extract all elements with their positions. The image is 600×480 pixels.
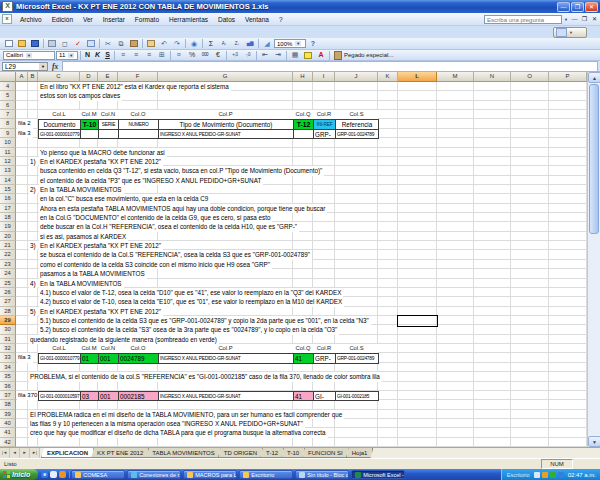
cell-H32[interactable]: Col.Q xyxy=(293,344,313,353)
cell-C12[interactable]: En el KARDEX pestaña "KX PT ENE 2012" xyxy=(39,157,163,166)
row-header-16[interactable]: 16 xyxy=(0,194,16,203)
font-size-combo[interactable]: 11▼ xyxy=(56,51,78,60)
cell-I33[interactable]: GRP- xyxy=(313,353,336,363)
align-right-icon[interactable]: ≡ xyxy=(143,50,155,60)
undo-icon[interactable]: ↶ xyxy=(158,39,170,49)
cell-C13[interactable]: busca contenido en celda Q3 "T-12", si e… xyxy=(39,166,324,175)
sort-ascending-icon[interactable]: A↓ xyxy=(218,39,230,49)
print-preview-icon[interactable]: ◻ xyxy=(59,39,71,49)
column-header-D[interactable]: D xyxy=(80,72,98,82)
column-header-H[interactable]: H xyxy=(293,72,313,82)
cell-G7[interactable]: Col.P xyxy=(158,110,293,119)
internet-explorer-icon[interactable]: e xyxy=(41,471,48,478)
menu-item-datos[interactable]: Datos xyxy=(213,13,240,25)
row-header-30[interactable]: 30 xyxy=(0,325,16,334)
cell-I7[interactable]: Col.R xyxy=(313,110,335,119)
cell-E32[interactable]: Col.N xyxy=(98,344,118,353)
cell-E33[interactable]: 001 xyxy=(98,353,119,363)
task-button-microsoft-excel-[interactable]: Microsoft Excel -... xyxy=(351,470,405,479)
cell-G32[interactable]: Col.P xyxy=(158,344,293,353)
cell-D7[interactable]: Col.M xyxy=(80,110,98,119)
restore-button[interactable]: ❐ xyxy=(571,2,584,12)
cell-B40[interactable]: las filas 9 y 10 pertenecen a la misma o… xyxy=(29,419,305,428)
cell-H9[interactable] xyxy=(293,129,314,139)
decrease-indent-icon[interactable]: ⇤ xyxy=(259,50,271,60)
column-header-J[interactable]: J xyxy=(335,72,378,82)
menu-item-archivo[interactable]: Archivo xyxy=(15,13,47,25)
euro-icon[interactable]: € xyxy=(212,50,224,60)
column-header-I[interactable]: I xyxy=(313,72,335,82)
cell-F7[interactable]: Col.O xyxy=(118,110,158,119)
decrease-decimal-icon[interactable]: -,0 xyxy=(242,50,254,60)
cut-icon[interactable]: ✂ xyxy=(102,39,114,49)
redo-icon[interactable]: ↷ xyxy=(171,39,183,49)
cell-C19[interactable]: debe buscar en la Col.H "REFERENCIA", os… xyxy=(39,222,299,231)
align-left-icon[interactable]: ≡ xyxy=(117,50,129,60)
cell-D33[interactable]: 01 xyxy=(80,353,99,363)
cell-A8[interactable]: fila 2 xyxy=(17,119,33,128)
minimize-button[interactable]: — xyxy=(557,2,570,12)
row-header-10[interactable]: 10 xyxy=(0,138,16,147)
cell-B12[interactable]: 1) xyxy=(29,157,38,166)
row-header-27[interactable]: 27 xyxy=(0,297,16,306)
row-header-37[interactable]: 37 xyxy=(0,391,16,400)
cell-J32[interactable]: Col.S xyxy=(335,344,378,353)
cell-C33[interactable]: GI-001-0000010779 xyxy=(38,353,81,363)
menu-item-edicin[interactable]: Edición xyxy=(47,13,78,25)
chart-wizard-icon[interactable]: ▅▇ xyxy=(244,39,256,49)
cell-B15[interactable]: 2) xyxy=(29,185,38,194)
paste-special-button[interactable]: Pegado especial... xyxy=(334,51,393,60)
cell-D32[interactable]: Col.M xyxy=(80,344,98,353)
start-button[interactable]: Inicio xyxy=(0,469,38,480)
cell-C23[interactable]: como el contenido de la celda S3 coincid… xyxy=(39,260,272,269)
cell-C14[interactable]: el contenido de la celda "P3" que es "IN… xyxy=(39,176,263,185)
spelling-icon[interactable]: ✓ xyxy=(72,39,84,49)
row-header-34[interactable]: 34 xyxy=(0,363,16,372)
row-header-26[interactable]: 26 xyxy=(0,288,16,297)
workbook-close-button[interactable]: ✕ xyxy=(590,15,599,24)
media-player-icon[interactable] xyxy=(59,471,66,478)
row-header-29[interactable]: 29 xyxy=(0,316,16,325)
new-document-icon[interactable] xyxy=(3,39,15,49)
percent-icon[interactable]: % xyxy=(186,50,198,60)
cell-H37[interactable]: 41 xyxy=(293,391,314,401)
font-name-combo[interactable]: Calibri▼ xyxy=(3,51,55,60)
open-folder-icon[interactable] xyxy=(16,39,28,49)
row-header-15[interactable]: 15 xyxy=(0,185,16,194)
row-header-8[interactable]: 8 xyxy=(0,119,16,128)
security-alert-icon[interactable] xyxy=(542,472,548,478)
close-button[interactable]: ✕ xyxy=(585,2,598,12)
cell-J9[interactable]: GRP-001-0024789 xyxy=(335,129,379,139)
tab-last-icon[interactable]: ►| xyxy=(30,448,40,458)
cell-C32[interactable]: Col.L xyxy=(38,344,80,353)
cell-F37[interactable]: 0002185 xyxy=(118,391,159,401)
column-header-O[interactable]: O xyxy=(511,72,549,82)
cell-I9[interactable]: GRP- xyxy=(313,129,336,139)
cell-C15[interactable]: En la TABLA MOVIMIENTOS xyxy=(39,185,124,194)
fill-color-icon[interactable] xyxy=(302,50,314,60)
formula-input[interactable] xyxy=(62,61,598,72)
column-header-M[interactable]: M xyxy=(437,72,474,82)
cell-A9[interactable]: fila 3 xyxy=(17,129,33,138)
row-header-13[interactable]: 13 xyxy=(0,166,16,175)
volume-icon[interactable] xyxy=(534,472,540,478)
cell-E37[interactable]: 001 xyxy=(98,391,119,401)
cell-C18[interactable]: en la Col.G "DOCUMENTO" el contenido de … xyxy=(39,213,272,222)
cell-I32[interactable]: Col.R xyxy=(313,344,335,353)
cell-C37[interactable]: GI-001-0000010597 xyxy=(38,391,81,401)
name-box-dropdown-icon[interactable]: ▼ xyxy=(39,63,47,70)
column-header-F[interactable]: F xyxy=(118,72,158,82)
format-painter-icon[interactable] xyxy=(145,39,157,49)
cell-C17[interactable]: Ahora en esta pestaña TABLA MOVIMIENTOS … xyxy=(39,204,327,213)
cell-J33[interactable]: GRP-001-0024789 xyxy=(335,353,379,363)
task-button-escritorio[interactable]: Escritorio xyxy=(239,470,293,479)
cell-J7[interactable]: Col.S xyxy=(335,110,378,119)
row-header-6[interactable]: 6 xyxy=(0,101,16,110)
column-header-K[interactable]: K xyxy=(378,72,398,82)
row-header-35[interactable]: 35 xyxy=(0,372,16,381)
select-all-corner[interactable] xyxy=(0,72,16,82)
row-header-25[interactable]: 25 xyxy=(0,279,16,288)
row-header-9[interactable]: 9 xyxy=(0,129,16,138)
column-header-B[interactable]: B xyxy=(28,72,38,82)
task-button-comesa[interactable]: COMESA xyxy=(71,470,125,479)
